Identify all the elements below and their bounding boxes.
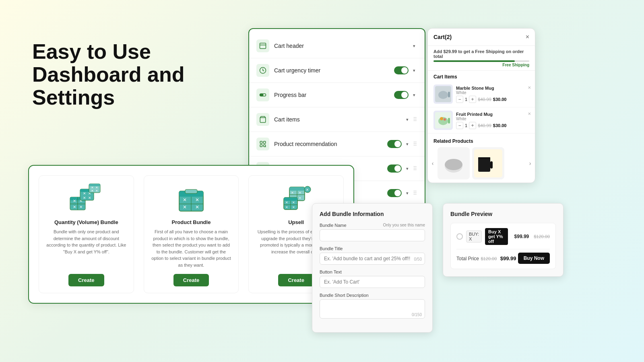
bundle-name-label: Bundle Name Only you see this name xyxy=(320,223,425,228)
dashboard-item-product-rec[interactable]: Product recommendation ▾ ⠿ xyxy=(249,132,425,156)
svg-rect-50 xyxy=(185,189,197,193)
bundle-title-input[interactable] xyxy=(320,253,425,265)
cart-items-controls: ▾ ⠿ xyxy=(404,116,417,123)
svg-rect-4 xyxy=(260,94,264,96)
product2-qty-decrease[interactable]: − xyxy=(456,122,463,129)
chevron-down-icon[interactable]: ▾ xyxy=(404,165,411,172)
preview-total-label: Total Price xyxy=(456,256,479,261)
preview-price-new: $99.99 xyxy=(514,234,529,239)
hero-text: Easy to Use Dashboard and Settings xyxy=(32,40,185,109)
product2-name: Fruit Printed Mug xyxy=(456,112,529,117)
chevron-down-icon[interactable]: ▾ xyxy=(411,92,417,98)
preview-option-row: BUY: X Buy X get Y% off $99.99 $120.00 xyxy=(456,228,550,245)
extra1-toggle[interactable] xyxy=(387,165,402,173)
dialog-title: Add Bundle Information xyxy=(320,211,425,217)
carousel-item-1[interactable] xyxy=(438,147,470,179)
chevron-down-icon[interactable]: ▾ xyxy=(404,116,411,123)
progress-toggle[interactable] xyxy=(394,91,409,99)
bundle-title-counter: 0/50 xyxy=(414,257,422,261)
chevron-down-icon[interactable]: ▾ xyxy=(411,43,417,49)
svg-point-19 xyxy=(440,117,443,120)
shipping-msg-add: Add xyxy=(433,49,442,54)
shipping-bar-label: Free Shipping xyxy=(433,63,529,67)
cart-panel: Cart(2) × Add $29.99 to get a Free Shipp… xyxy=(427,28,535,183)
svg-text:✕: ✕ xyxy=(73,199,76,203)
preview-radio-button[interactable] xyxy=(456,233,463,240)
progress-icon xyxy=(256,88,269,101)
chevron-down-icon[interactable]: ▾ xyxy=(411,67,417,74)
drag-handle-icon[interactable]: ⠿ xyxy=(413,165,417,172)
hero-line2: Dashboard and xyxy=(32,63,185,86)
svg-line-10 xyxy=(265,146,266,147)
quantity-bundle-create-button[interactable]: Create xyxy=(68,274,104,286)
drag-handle-icon[interactable]: ⠿ xyxy=(413,141,417,147)
drag-handle-icon[interactable]: ⠿ xyxy=(413,190,417,196)
urgency-icon xyxy=(256,64,269,77)
product1-qty-decrease[interactable]: − xyxy=(456,96,463,103)
carousel-prev-button[interactable]: ‹ xyxy=(428,160,438,167)
svg-point-17 xyxy=(438,117,448,125)
dashboard-item-cart-header[interactable]: Cart header ▾ xyxy=(249,34,425,58)
carousel-item-2[interactable] xyxy=(472,147,504,179)
svg-rect-25 xyxy=(478,157,490,172)
bundle-card-quantity: ✕ ✕ ✕ ✕ ✕ ✕ ✕ ✕ ✕ ✕ ✕ ✕ xyxy=(39,175,134,293)
shipping-amount: $29.99 xyxy=(443,49,457,54)
related-products-section: Related Products ‹ xyxy=(428,134,535,183)
svg-text:✕: ✕ xyxy=(88,196,91,200)
dashboard-item-progress[interactable]: Progress bar ▾ xyxy=(249,83,425,107)
bundle-desc-textarea[interactable] xyxy=(320,299,425,319)
preview-buy-button[interactable]: Buy Now xyxy=(518,253,550,264)
extra2-toggle[interactable] xyxy=(387,189,402,197)
related-products-carousel: ‹ › xyxy=(428,146,535,181)
product-rec-icon xyxy=(256,138,269,150)
svg-rect-18 xyxy=(448,118,450,123)
cart-product-1: Marble Stone Mug White − 1 + $40.99 $30.… xyxy=(428,81,535,107)
bundle-name-field: Bundle Name Only you see this name xyxy=(320,223,425,241)
svg-text:✕: ✕ xyxy=(291,191,294,195)
product2-qty-value: 1 xyxy=(465,123,467,128)
product1-price: − 1 + $40.99 $30.00 xyxy=(456,96,529,103)
preview-discount-badge: Buy X get Y% off xyxy=(485,228,508,245)
product2-price: − 1 + $40.99 $30.00 xyxy=(456,122,529,129)
carousel-next-button[interactable]: › xyxy=(525,160,535,167)
product1-qty-increase[interactable]: + xyxy=(469,96,476,103)
svg-rect-6 xyxy=(260,141,262,143)
product1-remove-button[interactable]: × xyxy=(528,84,531,90)
svg-text:✕: ✕ xyxy=(285,201,288,204)
cart-close-button[interactable]: × xyxy=(526,33,529,41)
chevron-down-icon[interactable]: ▾ xyxy=(404,141,411,147)
bundle-panel: ✕ ✕ ✕ ✕ ✕ ✕ ✕ ✕ ✕ ✕ ✕ ✕ xyxy=(28,165,354,304)
upsell-create-button[interactable]: Create xyxy=(278,274,314,286)
product2-image xyxy=(433,111,453,130)
product-rec-toggle[interactable] xyxy=(387,140,402,148)
svg-text:✕: ✕ xyxy=(292,206,295,209)
dashboard-item-urgency[interactable]: Cart urgency timer ▾ xyxy=(249,58,425,83)
upsell-icon: ✕ ✕ ✕ ✕ ✕ ✕ ✕ ✕ × xyxy=(276,183,316,215)
shipping-bold: Free Shipping xyxy=(475,49,504,54)
product2-old-price: $40.99 xyxy=(478,123,491,128)
bundle-name-input[interactable] xyxy=(320,229,425,241)
product2-qty-increase[interactable]: + xyxy=(469,122,476,129)
product1-qty-value: 1 xyxy=(465,97,467,102)
bundle-desc-counter: 0/150 xyxy=(412,313,422,317)
progress-controls: ▾ xyxy=(394,91,417,99)
product-bundle-create-button[interactable]: Create xyxy=(173,274,209,286)
preview-title: Bundle Preview xyxy=(450,211,556,217)
product1-old-price: $40.99 xyxy=(478,97,491,102)
chevron-down-icon[interactable]: ▾ xyxy=(404,190,411,196)
cart-panel-header: Cart(2) × xyxy=(428,29,535,46)
cart-items-section-title: Cart Items xyxy=(428,71,535,81)
svg-text:✕: ✕ xyxy=(292,201,295,204)
product-bundle-desc: First of all you have to choose a main p… xyxy=(151,228,232,268)
button-text-input[interactable] xyxy=(320,276,425,288)
shipping-msg-mid: to get a xyxy=(458,49,474,54)
cart-header-icon xyxy=(256,39,269,52)
product2-remove-button[interactable]: × xyxy=(528,111,531,117)
product-rec-controls: ▾ ⠿ xyxy=(387,140,417,148)
dashboard-item-cart-items[interactable]: Cart items ▾ ⠿ xyxy=(249,107,425,132)
shipping-bar-fill xyxy=(433,60,515,62)
urgency-toggle[interactable] xyxy=(394,66,409,74)
svg-text:✕: ✕ xyxy=(91,189,94,193)
add-bundle-dialog: Add Bundle Information Bundle Name Only … xyxy=(312,203,433,333)
drag-handle-icon[interactable]: ⠿ xyxy=(413,116,417,123)
